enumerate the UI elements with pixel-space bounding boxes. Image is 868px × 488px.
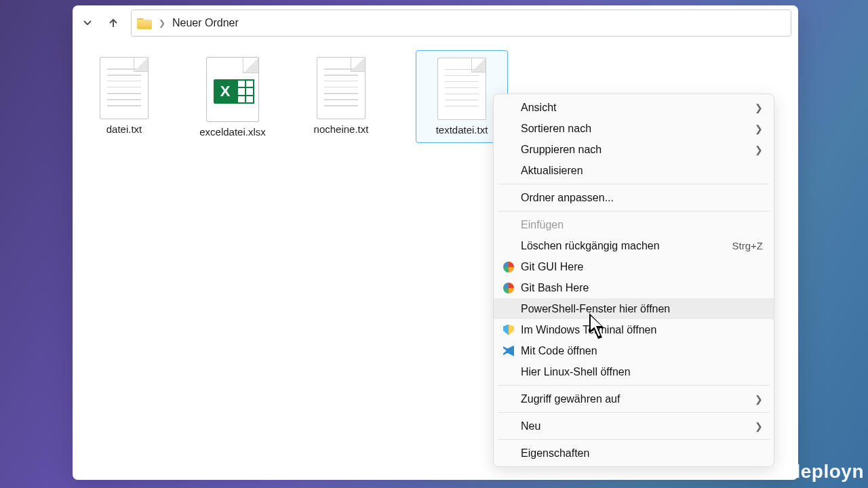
context-menu-label: Löschen rückgängig machen	[518, 240, 732, 252]
text-file-icon	[100, 57, 149, 119]
context-menu-label: Neu	[518, 420, 755, 432]
context-menu-item[interactable]: Mit Code öffnen	[494, 340, 774, 361]
context-menu-item[interactable]: Ansicht❯	[494, 97, 774, 118]
excel-file-icon: X	[206, 57, 259, 122]
file-explorer-window: ❯ Neuer Ordner datei.txtXexceldatei.xlsx…	[73, 5, 798, 480]
chevron-right-icon: ❯	[755, 144, 763, 155]
context-menu-label: Ordner anpassen...	[518, 192, 763, 204]
file-label: datei.txt	[106, 123, 142, 135]
watermark-fragment: leployn	[795, 461, 868, 483]
file-item[interactable]: Xexceldatei.xlsx	[199, 53, 267, 143]
context-menu-label: Git GUI Here	[518, 261, 763, 273]
context-menu-item[interactable]: Neu❯	[494, 415, 774, 436]
context-menu-label: Sortieren nach	[518, 123, 755, 135]
file-pane[interactable]: datei.txtXexceldatei.xlsxnocheine.txttex…	[73, 41, 798, 480]
context-menu-label: Zugriff gewähren auf	[518, 393, 755, 405]
breadcrumb-current[interactable]: Neuer Ordner	[172, 17, 239, 29]
context-menu-label: Git Bash Here	[518, 282, 763, 294]
toolbar: ❯ Neuer Ordner	[73, 5, 798, 41]
context-menu-shortcut: Strg+Z	[732, 240, 763, 251]
context-menu-item[interactable]: Aktualisieren	[494, 160, 774, 181]
chevron-down-icon	[83, 18, 92, 28]
file-item[interactable]: datei.txt	[90, 53, 158, 143]
breadcrumb-separator-icon: ❯	[159, 18, 165, 28]
context-menu-label: Ansicht	[518, 102, 755, 114]
context-menu-label: Hier Linux-Shell öffnen	[518, 366, 763, 378]
text-file-icon	[437, 58, 486, 120]
context-menu-item[interactable]: Gruppieren nach❯	[494, 139, 774, 160]
context-menu-label: PowerShell-Fenster hier öffnen	[518, 303, 763, 315]
context-menu-label: Mit Code öffnen	[518, 345, 763, 357]
context-menu-item[interactable]: Git Bash Here	[494, 277, 774, 298]
context-menu-item[interactable]: Eigenschaften	[494, 443, 774, 464]
chevron-right-icon: ❯	[755, 102, 763, 113]
folder-icon	[137, 17, 152, 29]
git-icon	[503, 262, 514, 272]
context-menu-item: Einfügen	[494, 214, 774, 235]
context-menu-separator	[498, 211, 770, 211]
chevron-right-icon: ❯	[755, 394, 763, 405]
file-item[interactable]: nocheine.txt	[307, 53, 375, 143]
context-menu-item[interactable]: Ordner anpassen...	[494, 187, 774, 208]
context-menu-label: Aktualisieren	[518, 165, 763, 177]
context-menu: Ansicht❯Sortieren nach❯Gruppieren nach❯A…	[493, 94, 774, 467]
context-menu-separator	[498, 184, 770, 184]
context-menu-item[interactable]: Zugriff gewähren auf❯	[494, 388, 774, 409]
text-file-icon	[317, 57, 366, 119]
context-menu-item[interactable]: Im Windows Terminal öffnen	[494, 319, 774, 340]
git-icon	[503, 283, 514, 293]
chevron-right-icon: ❯	[755, 421, 763, 432]
context-menu-separator	[498, 385, 770, 386]
nav-dropdown-button[interactable]	[75, 11, 100, 35]
context-menu-item[interactable]: PowerShell-Fenster hier öffnen	[494, 298, 774, 319]
context-menu-separator	[498, 439, 770, 440]
chevron-right-icon: ❯	[755, 123, 763, 134]
context-menu-item[interactable]: Hier Linux-Shell öffnen	[494, 361, 774, 382]
context-menu-label: Einfügen	[518, 219, 763, 231]
context-menu-item[interactable]: Löschen rückgängig machenStrg+Z	[494, 235, 774, 256]
file-label: textdatei.txt	[436, 124, 488, 136]
file-label: exceldatei.xlsx	[199, 126, 266, 138]
address-bar[interactable]: ❯ Neuer Ordner	[131, 9, 791, 37]
vscode-icon	[503, 346, 514, 357]
nav-up-button[interactable]	[101, 11, 125, 35]
context-menu-label: Gruppieren nach	[518, 144, 755, 156]
arrow-up-icon	[108, 18, 119, 28]
context-menu-label: Im Windows Terminal öffnen	[518, 324, 763, 336]
context-menu-item[interactable]: Git GUI Here	[494, 256, 774, 277]
context-menu-label: Eigenschaften	[518, 447, 763, 460]
context-menu-separator	[498, 412, 770, 413]
shield-icon	[503, 325, 514, 336]
file-label: nocheine.txt	[314, 123, 369, 135]
context-menu-item[interactable]: Sortieren nach❯	[494, 118, 774, 139]
